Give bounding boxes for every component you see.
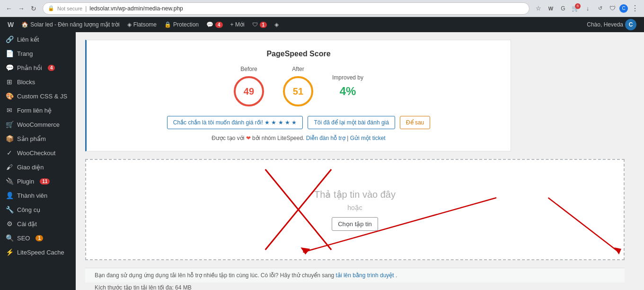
ext-cart[interactable]: 🛒6 [570,3,581,14]
sidebar-item-cai-dat[interactable]: ⚙ Cài đặt [0,217,76,231]
new-item[interactable]: + Mới [227,17,248,32]
site-name-item[interactable]: 🏠 Solar led - Đèn năng lượng mặt trời [18,17,123,32]
diamond-icon: ◈ [274,21,279,28]
address-text: ledsolar.vn/wp-admin/media-new.php [89,5,183,12]
sidebar-label-seo: SEO [17,235,30,242]
sidebar-item-lien-ket[interactable]: 🔗 Liên kết [0,32,76,46]
avatar[interactable]: C [625,19,636,30]
sidebar-item-woocheckout[interactable]: ✓ WooCheckout [0,146,76,160]
wp-admin-bar: W 🏠 Solar led - Đèn năng lượng mặt trời … [0,17,644,32]
sidebar-item-san-pham[interactable]: 📦 Sản phẩm [0,132,76,146]
already-rated-button[interactable]: Tôi đã để lại một bài đánh giá [308,116,395,129]
sidebar-item-phan-hoi[interactable]: 💬 Phản hồi 4 [0,61,76,75]
ext-refresh[interactable]: ↺ [595,3,605,14]
upload-drop-zone[interactable]: Thả tập tin vào đây hoặc Chọn tập tin [85,159,625,260]
form-icon: ✉ [6,106,13,114]
upload-wrapper: Thả tập tin vào đây hoặc Chọn tập tin [85,159,625,290]
sidebar-label-trang: Trang [17,50,33,57]
wp-layout: 🔗 Liên kết 📄 Trang 💬 Phản hồi 4 ⊞ Blocks… [0,32,644,290]
sidebar-label-giao-dien: Giao diện [17,164,44,171]
greeting-text: Chào, Heveda [587,21,623,28]
blocks-icon: ⊞ [6,78,13,86]
ext-g[interactable]: G [558,3,568,14]
score-after: After 51 [283,66,313,106]
main-inner: PageSpeed Score Before 49 After 51 [76,32,644,290]
link-icon: 🔗 [6,35,13,43]
comments-item[interactable]: 💬 4 [203,17,227,32]
browser-nav-buttons: ← → ↻ [4,3,39,14]
css-icon: 🎨 [6,92,13,100]
ext-blue[interactable]: C [619,4,628,13]
admin-bar-right: Chào, Heveda C [587,19,640,30]
ticket-link[interactable]: Gửi một ticket [350,135,386,141]
sidebar-item-woocommerce[interactable]: 🛒 WooCommerce [0,117,76,132]
pagespeed-title: PageSpeed Score [96,50,501,58]
upload-drop-area: Thả tập tin vào đây hoặc Chọn tập tin [86,160,624,259]
wp-logo-icon: W [8,21,14,28]
seo-badge: 1 [35,235,43,241]
page-icon: 📄 [6,50,13,57]
sidebar-label-san-pham: Sản phẩm [17,135,46,142]
sidebar-item-blocks[interactable]: ⊞ Blocks [0,75,76,89]
sidebar-item-thanh-vien[interactable]: 👤 Thành viên [0,188,76,202]
checkout-icon: ✓ [6,149,13,157]
sidebar-label-cai-dat: Cài đặt [17,220,37,228]
sidebar-label-plugin: Plugin [17,178,34,185]
sidebar-item-trang[interactable]: 📄 Trang [0,46,76,61]
tools-icon: 🔧 [6,206,13,213]
heart-icon: ❤ [246,135,252,141]
ext-download[interactable]: ↓ [582,3,593,14]
upload-or-text: hoặc [347,204,362,211]
settings-icon: ⚙ [6,220,13,228]
wp-logo-item[interactable]: W [4,17,18,32]
flatsome-item[interactable]: ◈ Flatsome [124,17,160,32]
sidebar-item-cong-cu[interactable]: 🔧 Công cụ [0,202,76,217]
shield-badge: 1 [260,22,267,28]
bookmark-button[interactable]: ☆ [533,3,544,14]
refresh-button[interactable]: ↻ [28,3,39,14]
sidebar-item-form-lien-he[interactable]: ✉ Form liên hệ [0,103,76,117]
address-bar[interactable]: 🔒 Not secure | ledsolar.vn/wp-admin/medi… [43,2,529,15]
product-icon: 📦 [6,135,13,142]
rate-button[interactable]: Chắc chắn là tôi muốn đánh giá rồi! ★ ★ … [167,116,303,129]
browser-chrome: ← → ↻ 🔒 Not secure | ledsolar.vn/wp-admi… [0,0,644,17]
home-icon: 🏠 [21,21,28,28]
site-name-label: Solar led - Đèn năng lượng mặt trời [30,21,119,28]
protection-label: Protection [173,21,199,28]
sidebar-label-thanh-vien: Thành viên [17,192,47,199]
protection-lock-icon: 🔒 [164,21,171,28]
sidebar-label-woocommerce: WooCommerce [17,121,60,128]
before-score-circle: 49 [234,76,264,106]
secure-label: Not secure [57,6,82,11]
lock-icon: 🔒 [48,5,54,11]
sidebar-item-custom-css-js[interactable]: 🎨 Custom CSS & JS [0,89,76,103]
sidebar-label-custom-css-js: Custom CSS & JS [17,93,67,100]
comments-icon: 💬 [206,21,213,28]
upload-info-bar: Bạn đang sử dụng ứng dụng tải lên hỗ trợ… [85,268,625,282]
improved-label: Improved by [332,74,363,81]
shield-item[interactable]: 🛡 1 [248,17,271,32]
select-file-button[interactable]: Chọn tập tin [332,217,378,231]
protection-item[interactable]: 🔒 Protection [160,17,203,32]
ext-shield[interactable]: 🛡 [607,3,618,14]
sidebar-item-seo[interactable]: 🔍 SEO 1 [0,231,76,245]
forward-button[interactable]: → [16,3,26,14]
back-button[interactable]: ← [4,3,14,14]
ext-wp[interactable]: W [546,3,556,14]
sidebar-label-blocks: Blocks [17,79,35,86]
score-improved: Improved by 4% [332,74,363,98]
info-end: . [396,272,397,279]
after-score-circle: 51 [283,76,313,106]
menu-button[interactable]: ⋮ [630,3,640,14]
forum-link[interactable]: Diễn đàn hỗ trợ [306,135,345,141]
after-score-value: 51 [293,86,303,97]
sidebar-item-litespeed-cache[interactable]: ⚡ LiteSpeed Cache [0,245,76,259]
sidebar-label-form-lien-he: Form liên hệ [17,107,52,114]
diamond-item[interactable]: ◈ [271,17,282,32]
later-button[interactable]: Để sau [400,116,430,129]
plugin-badge: 11 [40,178,50,185]
browser-upload-link[interactable]: tải lên bằng trình duyệt [336,272,394,279]
sidebar-item-giao-dien[interactable]: 🖌 Giao diện [0,160,76,174]
sidebar-item-plugin[interactable]: 🔌 Plugin 11 [0,174,76,188]
sidebar-label-phan-hoi: Phản hồi [17,64,42,71]
